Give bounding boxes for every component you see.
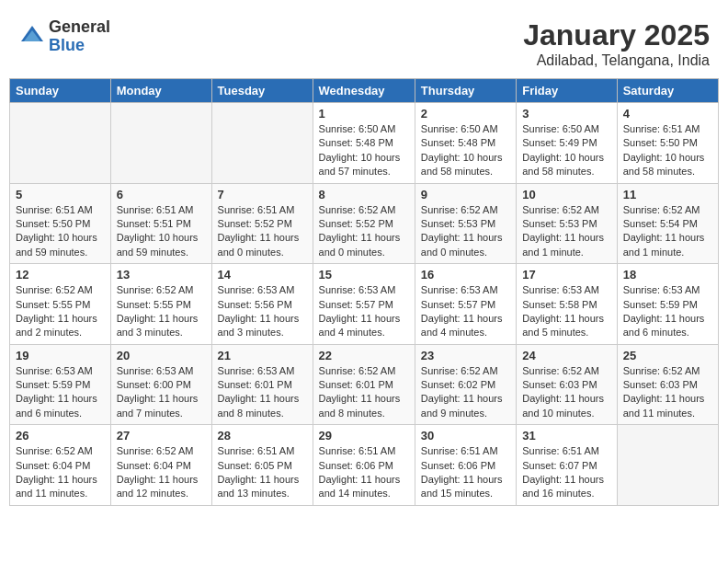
calendar-week-row: 12Sunrise: 6:52 AM Sunset: 5:55 PM Dayli… (10, 264, 719, 345)
calendar-cell: 17Sunrise: 6:53 AM Sunset: 5:58 PM Dayli… (517, 264, 617, 345)
day-number: 15 (319, 268, 409, 282)
calendar-cell: 26Sunrise: 6:52 AM Sunset: 6:04 PM Dayli… (10, 425, 111, 506)
day-number: 5 (16, 188, 105, 201)
day-number: 8 (319, 188, 409, 201)
calendar-cell: 14Sunrise: 6:53 AM Sunset: 5:56 PM Dayli… (211, 264, 313, 345)
calendar-cell: 29Sunrise: 6:51 AM Sunset: 6:06 PM Dayli… (313, 425, 415, 506)
day-info: Sunrise: 6:52 AM Sunset: 6:04 PM Dayligh… (16, 444, 105, 501)
day-info: Sunrise: 6:52 AM Sunset: 5:52 PM Dayligh… (319, 203, 409, 260)
calendar-cell: 6Sunrise: 6:51 AM Sunset: 5:51 PM Daylig… (110, 183, 211, 264)
calendar-cell: 8Sunrise: 6:52 AM Sunset: 5:52 PM Daylig… (313, 183, 415, 264)
calendar-table: SundayMondayTuesdayWednesdayThursdayFrid… (9, 78, 719, 506)
day-number: 4 (623, 107, 712, 121)
day-info: Sunrise: 6:51 AM Sunset: 5:52 PM Dayligh… (218, 203, 307, 260)
location-label: Adilabad, Telangana, India (523, 52, 710, 69)
calendar-cell: 1Sunrise: 6:50 AM Sunset: 5:48 PM Daylig… (313, 103, 415, 184)
day-number: 14 (218, 268, 307, 282)
day-info: Sunrise: 6:51 AM Sunset: 6:05 PM Dayligh… (218, 444, 307, 501)
day-number: 21 (218, 349, 307, 362)
day-info: Sunrise: 6:53 AM Sunset: 5:59 PM Dayligh… (16, 364, 105, 421)
calendar-cell: 10Sunrise: 6:52 AM Sunset: 5:53 PM Dayli… (517, 183, 617, 264)
day-info: Sunrise: 6:52 AM Sunset: 6:03 PM Dayligh… (623, 364, 712, 421)
calendar-cell: 21Sunrise: 6:53 AM Sunset: 6:01 PM Dayli… (211, 344, 313, 425)
calendar-cell: 18Sunrise: 6:53 AM Sunset: 5:59 PM Dayli… (617, 264, 718, 345)
calendar-cell: 27Sunrise: 6:52 AM Sunset: 6:04 PM Dayli… (110, 425, 211, 506)
calendar-cell (617, 425, 718, 506)
day-info: Sunrise: 6:51 AM Sunset: 6:07 PM Dayligh… (522, 444, 610, 501)
day-number: 31 (522, 429, 610, 442)
calendar-cell: 19Sunrise: 6:53 AM Sunset: 5:59 PM Dayli… (10, 344, 111, 425)
day-info: Sunrise: 6:50 AM Sunset: 5:49 PM Dayligh… (522, 122, 610, 179)
day-number: 20 (117, 349, 206, 362)
day-info: Sunrise: 6:53 AM Sunset: 6:00 PM Dayligh… (117, 364, 206, 421)
day-number: 22 (319, 349, 409, 362)
calendar-cell: 25Sunrise: 6:52 AM Sunset: 6:03 PM Dayli… (617, 344, 718, 425)
day-info: Sunrise: 6:52 AM Sunset: 5:54 PM Dayligh… (623, 203, 712, 260)
day-number: 26 (16, 429, 105, 442)
logo-text: General Blue (49, 18, 110, 55)
calendar-cell (211, 103, 313, 184)
day-number: 7 (218, 188, 307, 201)
calendar-cell: 24Sunrise: 6:52 AM Sunset: 6:03 PM Dayli… (517, 344, 617, 425)
day-number: 24 (522, 349, 610, 362)
calendar-cell (110, 103, 211, 184)
logo-icon (18, 23, 46, 51)
day-number: 27 (117, 429, 206, 442)
weekday-header: Friday (517, 79, 617, 103)
day-number: 18 (623, 268, 712, 282)
calendar-cell: 30Sunrise: 6:51 AM Sunset: 6:06 PM Dayli… (415, 425, 516, 506)
page-header: General Blue January 2025 Adilabad, Tela… (9, 9, 719, 74)
day-number: 30 (421, 429, 510, 442)
day-number: 11 (623, 188, 712, 201)
weekday-header: Thursday (415, 79, 516, 103)
day-info: Sunrise: 6:50 AM Sunset: 5:48 PM Dayligh… (319, 122, 409, 179)
title-block: January 2025 Adilabad, Telangana, India (523, 18, 710, 69)
day-info: Sunrise: 6:53 AM Sunset: 5:57 PM Dayligh… (319, 283, 409, 340)
calendar-cell: 12Sunrise: 6:52 AM Sunset: 5:55 PM Dayli… (10, 264, 111, 345)
calendar-cell: 16Sunrise: 6:53 AM Sunset: 5:57 PM Dayli… (415, 264, 516, 345)
day-number: 12 (16, 268, 105, 282)
weekday-header: Wednesday (313, 79, 415, 103)
day-info: Sunrise: 6:53 AM Sunset: 5:56 PM Dayligh… (218, 283, 307, 340)
calendar-cell: 31Sunrise: 6:51 AM Sunset: 6:07 PM Dayli… (517, 425, 617, 506)
calendar-cell: 3Sunrise: 6:50 AM Sunset: 5:49 PM Daylig… (517, 103, 617, 184)
day-info: Sunrise: 6:51 AM Sunset: 5:50 PM Dayligh… (16, 203, 105, 260)
day-number: 2 (421, 107, 510, 121)
month-title: January 2025 (523, 18, 710, 52)
day-number: 17 (522, 268, 610, 282)
day-number: 6 (117, 188, 206, 201)
logo-blue-label: Blue (49, 37, 110, 55)
day-info: Sunrise: 6:51 AM Sunset: 5:51 PM Dayligh… (117, 203, 206, 260)
day-info: Sunrise: 6:52 AM Sunset: 6:01 PM Dayligh… (319, 364, 409, 421)
day-number: 28 (218, 429, 307, 442)
day-info: Sunrise: 6:52 AM Sunset: 6:03 PM Dayligh… (522, 364, 610, 421)
calendar-cell: 11Sunrise: 6:52 AM Sunset: 5:54 PM Dayli… (617, 183, 718, 264)
calendar-cell: 13Sunrise: 6:52 AM Sunset: 5:55 PM Dayli… (110, 264, 211, 345)
day-number: 19 (16, 349, 105, 362)
calendar-cell: 20Sunrise: 6:53 AM Sunset: 6:00 PM Dayli… (110, 344, 211, 425)
calendar-cell: 5Sunrise: 6:51 AM Sunset: 5:50 PM Daylig… (10, 183, 111, 264)
weekday-header: Tuesday (211, 79, 313, 103)
day-info: Sunrise: 6:53 AM Sunset: 5:59 PM Dayligh… (623, 283, 712, 340)
day-info: Sunrise: 6:53 AM Sunset: 5:57 PM Dayligh… (421, 283, 510, 340)
calendar-cell: 28Sunrise: 6:51 AM Sunset: 6:05 PM Dayli… (211, 425, 313, 506)
calendar-cell: 2Sunrise: 6:50 AM Sunset: 5:48 PM Daylig… (415, 103, 516, 184)
day-info: Sunrise: 6:51 AM Sunset: 5:50 PM Dayligh… (623, 122, 712, 179)
day-info: Sunrise: 6:51 AM Sunset: 6:06 PM Dayligh… (319, 444, 409, 501)
calendar-week-row: 19Sunrise: 6:53 AM Sunset: 5:59 PM Dayli… (10, 344, 719, 425)
day-number: 1 (319, 107, 409, 121)
weekday-header: Monday (110, 79, 211, 103)
day-info: Sunrise: 6:53 AM Sunset: 5:58 PM Dayligh… (522, 283, 610, 340)
day-number: 16 (421, 268, 510, 282)
day-info: Sunrise: 6:52 AM Sunset: 5:53 PM Dayligh… (522, 203, 610, 260)
day-number: 23 (421, 349, 510, 362)
day-number: 3 (522, 107, 610, 121)
calendar-cell (10, 103, 111, 184)
calendar-week-row: 26Sunrise: 6:52 AM Sunset: 6:04 PM Dayli… (10, 425, 719, 506)
calendar-cell: 4Sunrise: 6:51 AM Sunset: 5:50 PM Daylig… (617, 103, 718, 184)
calendar-week-row: 5Sunrise: 6:51 AM Sunset: 5:50 PM Daylig… (10, 183, 719, 264)
day-number: 10 (522, 188, 610, 201)
logo-general-label: General (49, 18, 110, 37)
calendar-cell: 23Sunrise: 6:52 AM Sunset: 6:02 PM Dayli… (415, 344, 516, 425)
weekday-header-row: SundayMondayTuesdayWednesdayThursdayFrid… (10, 79, 719, 103)
